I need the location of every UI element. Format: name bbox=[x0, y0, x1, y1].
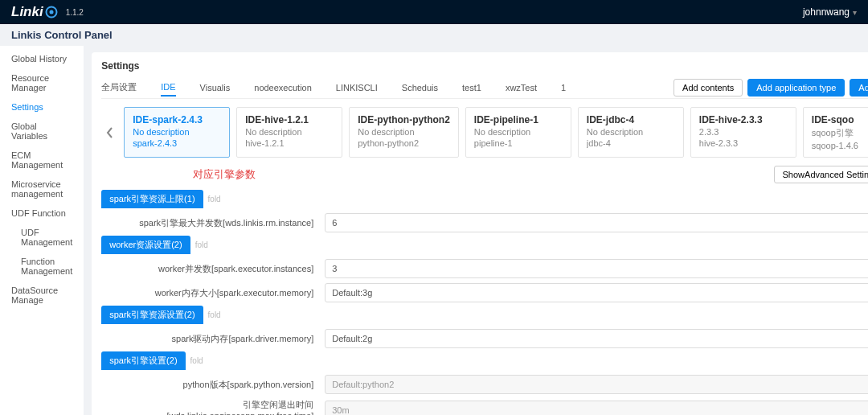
engine-card[interactable]: IDE-sqoosqoop引擎sqoop-1.4.6 bbox=[803, 107, 868, 158]
section-pill[interactable]: spark引擎资源设置(2) bbox=[101, 306, 203, 324]
settings-card: Settings 全局设置IDEVisualisnodeexecutionLIN… bbox=[92, 52, 868, 415]
sidebar-item-datasource-manage[interactable]: DataSource Manage bbox=[0, 281, 84, 310]
engine-card-title: IDE-spark-2.4.3 bbox=[133, 114, 221, 125]
engine-card-sub: No description bbox=[358, 127, 450, 137]
tabs-bar: 全局设置IDEVisualisnodeexecutionLINKISCLISch… bbox=[101, 78, 868, 99]
engine-card-third: hive-2.3.3 bbox=[699, 138, 788, 148]
engine-card-title: IDE-sqoo bbox=[812, 114, 868, 125]
engine-card-sub: 2.3.3 bbox=[699, 127, 788, 137]
logo-text: Linki bbox=[11, 4, 43, 20]
select-value: Default:python2 bbox=[332, 380, 394, 389]
main-content: Settings 全局设置IDEVisualisnodeexecutionLIN… bbox=[84, 46, 868, 415]
top-bar: Linki 1.1.2 johnnwang ▾ bbox=[0, 0, 868, 24]
sidebar-item-function-management[interactable]: Function Management bbox=[0, 252, 84, 281]
engine-card-title: IDE-pipeline-1 bbox=[474, 114, 563, 125]
tab-visualis[interactable]: Visualis bbox=[200, 80, 231, 96]
engine-card-sub: No description bbox=[587, 127, 675, 137]
engine-card-third: spark-2.4.3 bbox=[133, 138, 221, 148]
panel-title: Linkis Control Panel bbox=[0, 24, 868, 46]
engine-params-note: 对应引擎参数 bbox=[193, 167, 256, 182]
add-engine-type-button[interactable]: Add engine type bbox=[850, 79, 868, 97]
form-select[interactable]: Default:python2▾ bbox=[325, 375, 868, 394]
engine-card-title: IDE-hive-1.2.1 bbox=[245, 114, 334, 125]
fold-toggle[interactable]: fold bbox=[190, 356, 203, 365]
logo: Linki bbox=[11, 4, 61, 20]
svg-point-1 bbox=[49, 10, 53, 14]
section-pill[interactable]: worker资源设置(2) bbox=[101, 236, 190, 254]
sidebar-item-microservice-management[interactable]: Microservice management bbox=[0, 175, 84, 203]
engine-card[interactable]: IDE-hive-1.2.1No descriptionhive-1.2.1 bbox=[236, 107, 342, 158]
fold-toggle[interactable]: fold bbox=[208, 195, 221, 203]
engine-card-sub: No description bbox=[245, 127, 334, 137]
form-label: spark引擎最大并发数[wds.linkis.rm.instance] bbox=[101, 217, 325, 229]
form-input[interactable] bbox=[325, 259, 868, 278]
sidebar-item-udf-management[interactable]: UDF Management bbox=[0, 223, 84, 252]
tab-actions: Add contents Add application type Add en… bbox=[674, 79, 868, 97]
settings-heading: Settings bbox=[101, 60, 868, 72]
sidebar: Global HistoryResource ManagerSettingsGl… bbox=[0, 46, 84, 415]
engine-card-title: IDE-python-python2 bbox=[358, 114, 450, 125]
engine-card[interactable]: IDE-pipeline-1No descriptionpipeline-1 bbox=[465, 107, 571, 158]
tab-ide[interactable]: IDE bbox=[161, 79, 175, 97]
engine-card-third: python-python2 bbox=[358, 138, 450, 148]
form-label: 引擎空闲退出时间[wds.linkis.engineconn.max.free.… bbox=[101, 399, 325, 415]
chevron-down-icon: ▾ bbox=[853, 8, 857, 17]
section-pill[interactable]: spark引擎设置(2) bbox=[101, 351, 185, 370]
sidebar-item-settings[interactable]: Settings bbox=[0, 97, 84, 117]
engine-actions-row: 对应引擎参数 ShowAdvanced Settings Save bbox=[101, 166, 868, 183]
engine-card-third: hive-1.2.1 bbox=[245, 138, 334, 148]
engine-card-third: pipeline-1 bbox=[474, 138, 563, 148]
tab-全局设置[interactable]: 全局设置 bbox=[101, 78, 137, 97]
form-input[interactable] bbox=[325, 213, 868, 232]
engine-card-third: sqoop-1.4.6 bbox=[812, 141, 868, 150]
chevron-left-icon bbox=[106, 127, 114, 138]
engine-card-sub: sqoop引擎 bbox=[812, 127, 868, 139]
form-input[interactable] bbox=[325, 283, 868, 302]
username-label: johnnwang bbox=[803, 6, 850, 18]
section-pill[interactable]: spark引擎资源上限(1) bbox=[101, 190, 203, 208]
tab-scheduis[interactable]: Scheduis bbox=[402, 80, 438, 96]
form-label: worker内存大小[spark.executor.memory] bbox=[101, 287, 325, 299]
tab-test1[interactable]: test1 bbox=[462, 80, 481, 96]
carousel-prev[interactable] bbox=[101, 113, 119, 153]
engine-card[interactable]: IDE-jdbc-4No descriptionjdbc-4 bbox=[578, 107, 684, 158]
engine-card-title: IDE-hive-2.3.3 bbox=[699, 114, 788, 125]
engine-card[interactable]: IDE-python-python2No descriptionpython-p… bbox=[349, 107, 459, 158]
engine-card-third: jdbc-4 bbox=[587, 138, 675, 148]
sidebar-item-ecm-management[interactable]: ECM Management bbox=[0, 146, 84, 175]
select-value: 30m bbox=[332, 405, 349, 415]
sidebar-item-resource-manager[interactable]: Resource Manager bbox=[0, 68, 84, 97]
show-advanced-settings-button[interactable]: ShowAdvanced Settings bbox=[774, 166, 868, 183]
engine-card[interactable]: IDE-hive-2.3.32.3.3hive-2.3.3 bbox=[690, 107, 796, 158]
fold-toggle[interactable]: fold bbox=[208, 310, 221, 319]
fold-toggle[interactable]: fold bbox=[195, 240, 208, 249]
sidebar-item-global-history[interactable]: Global History bbox=[0, 49, 84, 68]
form-input[interactable] bbox=[325, 329, 868, 348]
sidebar-item-udf-function[interactable]: UDF Function bbox=[0, 203, 84, 223]
sidebar-item-global-variables[interactable]: Global Variables bbox=[0, 117, 84, 146]
add-contents-button[interactable]: Add contents bbox=[674, 79, 743, 97]
add-application-type-button[interactable]: Add application type bbox=[747, 79, 845, 97]
version-label: 1.1.2 bbox=[66, 8, 84, 17]
user-menu[interactable]: johnnwang ▾ bbox=[803, 6, 857, 18]
tab-1[interactable]: 1 bbox=[561, 80, 566, 96]
form-label: python版本[spark.python.version] bbox=[101, 379, 325, 391]
engine-card[interactable]: IDE-spark-2.4.3No descriptionspark-2.4.3 bbox=[124, 107, 230, 158]
tab-nodeexecution[interactable]: nodeexecution bbox=[254, 80, 312, 96]
tab-linkiscli[interactable]: LINKISCLI bbox=[336, 80, 378, 96]
engine-card-title: IDE-jdbc-4 bbox=[587, 114, 675, 125]
form-select[interactable]: 30m▾ bbox=[325, 401, 868, 416]
form-label: worker并发数[spark.executor.instances] bbox=[101, 263, 325, 275]
tab-xwztest[interactable]: xwzTest bbox=[506, 80, 537, 96]
carousel-body: IDE-spark-2.4.3No descriptionspark-2.4.3… bbox=[124, 107, 868, 158]
engine-carousel: IDE-spark-2.4.3No descriptionspark-2.4.3… bbox=[101, 107, 868, 158]
engine-card-sub: No description bbox=[133, 127, 221, 137]
engine-card-sub: No description bbox=[474, 127, 563, 137]
logo-swirl-icon bbox=[45, 6, 58, 18]
form-label: spark驱动内存[spark.driver.memory] bbox=[101, 333, 325, 345]
